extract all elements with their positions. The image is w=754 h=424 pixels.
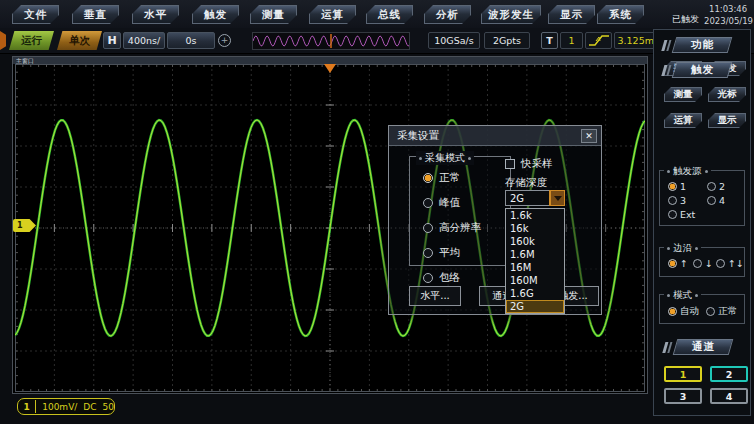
single-button[interactable]: 单次: [57, 31, 102, 50]
fast-sample-checkbox[interactable]: [505, 159, 515, 169]
menu-measure[interactable]: 测量: [250, 5, 297, 24]
h-offset-button[interactable]: 0s: [167, 32, 215, 49]
source-1-radio[interactable]: 1: [668, 181, 686, 192]
trigger-status: 已触发: [672, 13, 699, 26]
trigger-source-group: 触发源 1 2 3 4 Ext: [659, 170, 745, 226]
mode-normal-option[interactable]: 正常: [423, 171, 510, 185]
acquire-mode-group: 采集模式 正常 峰值 高分辨率 平均 包络: [409, 156, 511, 266]
trigger-mode-group: 模式 自动 正常: [659, 294, 745, 324]
channel1-number: 1: [18, 402, 35, 412]
dialog-close-icon[interactable]: ✕: [581, 129, 597, 143]
memory-depth-dropdown: 1.6k 16k 160k 1.6M 16M 160M 1.6G 2G: [505, 208, 565, 314]
mode-average-option[interactable]: 平均: [423, 246, 510, 260]
panel-cursor-button[interactable]: 光标: [708, 87, 746, 102]
oscilloscope-app: 文件 垂直 水平 触发 测量 运算 总线 分析 波形发生 显示 系统 已触发 1…: [0, 0, 754, 424]
horizontal-h-button[interactable]: H: [103, 32, 121, 49]
menu-display[interactable]: 显示: [548, 5, 595, 24]
edge-falling-radio[interactable]: ↓: [693, 258, 713, 269]
run-button[interactable]: 运行: [9, 31, 54, 50]
timebase-button[interactable]: 400ns/: [123, 32, 165, 49]
mode-peak-option[interactable]: 峰值: [423, 196, 510, 210]
mode-normal-radio[interactable]: 正常: [706, 305, 737, 318]
channel1-impedance: 50: [103, 402, 114, 412]
mode-envelope-option[interactable]: 包络: [423, 271, 510, 285]
trigger-section-header: 触发: [672, 62, 733, 78]
badge-divider: [35, 400, 36, 413]
menu-analysis[interactable]: 分析: [424, 5, 471, 24]
waveform-preview-strip[interactable]: [252, 32, 410, 50]
memory-depth-label: 存储深度: [505, 176, 547, 190]
panel-display-button[interactable]: 显示: [708, 113, 746, 128]
trigger-source-display[interactable]: 1: [560, 32, 583, 49]
menu-wavegen[interactable]: 波形发生: [481, 5, 541, 24]
channel1-scale: 100mV/: [42, 402, 77, 412]
mode-auto-radio[interactable]: 自动: [668, 305, 699, 318]
menu-system[interactable]: 系统: [597, 5, 644, 24]
depth-option[interactable]: 1.6k: [506, 209, 564, 222]
source-3-radio[interactable]: 3: [668, 195, 686, 206]
right-panel: 功能 采集 触发 测量 光标 运算 显示 触发 触发源 1 2 3 4 Ext …: [653, 29, 751, 416]
channel-3-button[interactable]: 3: [664, 388, 702, 404]
edge-both-radio[interactable]: ↑↓: [716, 258, 744, 269]
trigger-position-marker[interactable]: [324, 64, 336, 73]
clock-date: 2023/05/19: [704, 16, 753, 26]
zoom-magnifier-icon[interactable]: +: [218, 34, 231, 47]
depth-option[interactable]: 1.6G: [506, 287, 564, 300]
memory-depth-combobox[interactable]: 2G: [505, 190, 565, 206]
depth-option-selected[interactable]: 2G: [506, 300, 564, 313]
panel-measure-button[interactable]: 测量: [664, 87, 702, 102]
fast-sample-label: 快采样: [521, 157, 553, 171]
channel1-coupling: DC: [83, 402, 96, 412]
channel1-badge[interactable]: 1 100mV/ DC 50: [17, 398, 115, 415]
sample-rate-display: 10GSa/s: [428, 32, 480, 49]
run-flag-accent: [0, 31, 6, 50]
depth-option[interactable]: 16M: [506, 261, 564, 274]
memory-depth-value: 2G: [506, 191, 550, 205]
edge-rising-radio[interactable]: ↑: [668, 258, 688, 269]
source-2-radio[interactable]: 2: [707, 181, 725, 192]
channel-1-button[interactable]: 1: [664, 366, 702, 382]
horizontal-settings-button[interactable]: 水平...: [409, 286, 461, 306]
menu-vertical[interactable]: 垂直: [72, 5, 119, 24]
preview-waveform: [253, 33, 409, 49]
function-header: 功能: [672, 37, 733, 53]
memory-depth-display: 2Gpts: [484, 32, 530, 49]
clock-time: 11:03:46: [709, 4, 747, 14]
channel-section-header: 通道: [673, 339, 734, 355]
acquire-settings-dialog: 采集设置 ✕ 采集模式 正常 峰值 高分辨率 平均 包络 快采样 存储深度 2G…: [388, 125, 602, 315]
depth-option[interactable]: 1.6M: [506, 248, 564, 261]
menu-bar: 文件 垂直 水平 触发 测量 运算 总线 分析 波形发生 显示 系统 已触发 1…: [0, 0, 754, 28]
source-4-radio[interactable]: 4: [707, 195, 725, 206]
channel-2-button[interactable]: 2: [710, 366, 748, 382]
menu-math[interactable]: 运算: [309, 5, 356, 24]
panel-math-button[interactable]: 运算: [664, 113, 702, 128]
menu-file[interactable]: 文件: [12, 5, 59, 24]
menu-horizontal[interactable]: 水平: [132, 5, 179, 24]
trigger-edge-icon[interactable]: [585, 32, 612, 49]
depth-option[interactable]: 160k: [506, 235, 564, 248]
channel-4-button[interactable]: 4: [710, 388, 748, 404]
menu-trigger[interactable]: 触发: [192, 5, 239, 24]
trigger-t-button[interactable]: T: [541, 32, 558, 49]
menu-bus[interactable]: 总线: [366, 5, 413, 24]
dialog-title: 采集设置: [389, 126, 601, 146]
scope-window-title: 主窗口: [13, 57, 647, 64]
toolbar: 运行 单次 H 400ns/ 0s + 10GSa/s 2Gpts T 1 3.…: [0, 28, 754, 54]
source-ext-radio[interactable]: Ext: [668, 209, 695, 220]
fast-sample-row[interactable]: 快采样: [505, 157, 553, 171]
edge-group: 边沿 ↑ ↓ ↑↓: [659, 247, 745, 277]
depth-option[interactable]: 16k: [506, 222, 564, 235]
mode-hires-option[interactable]: 高分辨率: [423, 221, 510, 235]
chevron-down-icon[interactable]: [550, 191, 564, 205]
depth-option[interactable]: 160M: [506, 274, 564, 287]
